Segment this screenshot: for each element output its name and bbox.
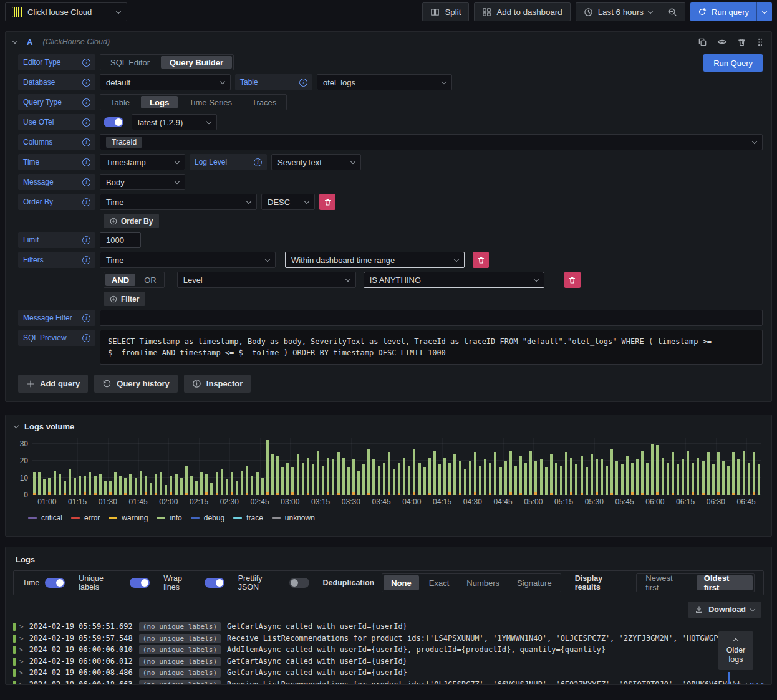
older-logs-button[interactable]: Older logs xyxy=(718,631,753,670)
dedup-signature[interactable]: Signature xyxy=(509,575,559,590)
order-by-direction-select[interactable]: DESC xyxy=(261,194,315,210)
volume-bar[interactable] xyxy=(393,469,395,495)
volume-bar[interactable] xyxy=(64,481,66,495)
database-select[interactable]: default xyxy=(100,74,231,90)
volume-bar[interactable] xyxy=(79,476,81,495)
volume-bar[interactable] xyxy=(403,458,405,496)
volume-bar[interactable] xyxy=(378,466,380,495)
volume-bar[interactable] xyxy=(743,451,745,496)
legend-item-info[interactable]: info xyxy=(157,514,181,522)
expand-log-icon[interactable]: > xyxy=(19,633,24,644)
volume-bar[interactable] xyxy=(408,466,410,495)
add-order-by-button[interactable]: Order By xyxy=(104,214,159,228)
volume-bar[interactable] xyxy=(656,445,659,495)
volume-bar[interactable] xyxy=(727,466,730,495)
volume-bar[interactable] xyxy=(692,463,694,495)
volume-bar[interactable] xyxy=(610,449,613,495)
volume-bar[interactable] xyxy=(337,452,340,495)
volume-bar[interactable] xyxy=(38,472,41,495)
volume-bar[interactable] xyxy=(601,459,603,495)
legend-item-warning[interactable]: warning xyxy=(109,514,148,522)
volume-bar[interactable] xyxy=(221,469,223,495)
add-query-button[interactable]: Add query xyxy=(18,375,88,393)
conjunction-or[interactable]: OR xyxy=(138,274,163,286)
volume-bar[interactable] xyxy=(362,464,365,496)
volume-bar[interactable] xyxy=(433,451,436,496)
query-type-table[interactable]: Table xyxy=(102,96,138,108)
volume-bar[interactable] xyxy=(494,452,496,495)
volume-bar[interactable] xyxy=(74,478,76,496)
volume-bar[interactable] xyxy=(697,458,699,496)
volume-bar[interactable] xyxy=(418,463,421,495)
info-icon[interactable]: i xyxy=(82,256,90,264)
volume-bar[interactable] xyxy=(175,474,178,495)
query-type-logs[interactable]: Logs xyxy=(141,96,178,108)
time-range-button[interactable]: Last 6 hours xyxy=(576,2,660,21)
volume-bar[interactable] xyxy=(484,459,486,495)
volume-bar[interactable] xyxy=(54,471,56,496)
column-tag[interactable]: TraceId xyxy=(106,137,142,148)
query-type-traces[interactable]: Traces xyxy=(243,96,285,108)
volume-bar[interactable] xyxy=(591,454,593,495)
volume-bar[interactable] xyxy=(352,459,355,495)
expand-log-icon[interactable]: > xyxy=(19,679,24,686)
volume-bar[interactable] xyxy=(438,464,441,496)
legend-item-error[interactable]: error xyxy=(71,514,100,522)
time-toggle[interactable] xyxy=(45,578,65,588)
volume-bar[interactable] xyxy=(124,478,127,496)
order-by-field-select[interactable]: Time xyxy=(100,194,257,210)
volume-bar[interactable] xyxy=(180,478,183,496)
volume-bar[interactable] xyxy=(129,474,132,495)
volume-bar[interactable] xyxy=(33,472,36,495)
remove-order-by-button[interactable] xyxy=(319,194,335,210)
volume-bar[interactable] xyxy=(737,459,740,495)
delete-query-icon[interactable] xyxy=(737,37,746,47)
volume-bar[interactable] xyxy=(615,461,618,495)
log-row[interactable]: >2024-02-19 06:00:18.663(no unique label… xyxy=(13,679,771,686)
volume-bar[interactable] xyxy=(479,466,481,495)
collapse-logs-volume-icon[interactable] xyxy=(14,423,19,428)
limit-input[interactable] xyxy=(106,236,135,245)
volume-bar[interactable] xyxy=(540,459,543,495)
volume-bar[interactable] xyxy=(489,463,491,495)
sql-editor-option[interactable]: SQL Editor xyxy=(102,56,158,69)
volume-bar[interactable] xyxy=(357,471,360,496)
legend-item-trace[interactable]: trace xyxy=(233,514,263,522)
info-icon[interactable]: i xyxy=(82,79,90,87)
volume-bar[interactable] xyxy=(104,481,107,495)
volume-bar[interactable] xyxy=(570,458,572,496)
columns-multiselect[interactable]: TraceId xyxy=(100,134,763,150)
volume-bar[interactable] xyxy=(297,454,299,495)
volume-bar[interactable] xyxy=(261,478,264,496)
volume-bar[interactable] xyxy=(150,483,152,495)
volume-bar[interactable] xyxy=(586,467,588,495)
info-icon[interactable]: i xyxy=(82,314,90,322)
volume-bar[interactable] xyxy=(504,461,507,495)
info-icon[interactable]: i xyxy=(299,79,307,87)
expand-log-icon[interactable]: > xyxy=(19,645,24,655)
volume-bar[interactable] xyxy=(84,476,86,495)
run-query-split-button[interactable]: Run query xyxy=(690,2,772,21)
volume-bar[interactable] xyxy=(707,452,710,495)
volume-bar[interactable] xyxy=(312,464,314,496)
filter1-operator-select[interactable]: Within dashboard time range xyxy=(285,252,465,268)
dedup-exact[interactable]: Exact xyxy=(422,575,457,590)
volume-bar[interactable] xyxy=(231,472,233,495)
expand-log-icon[interactable]: > xyxy=(19,668,24,678)
remove-filter2-button[interactable] xyxy=(564,272,581,288)
volume-bar[interactable] xyxy=(717,452,720,495)
newest-first-option[interactable]: Newest first xyxy=(638,575,693,590)
duplicate-query-icon[interactable] xyxy=(698,37,707,47)
volume-bar[interactable] xyxy=(560,466,562,495)
volume-bar[interactable] xyxy=(246,466,248,495)
split-button[interactable]: Split xyxy=(422,2,469,21)
volume-bar[interactable] xyxy=(271,454,274,495)
add-to-dashboard-button[interactable]: Add to dashboard xyxy=(474,2,570,21)
collapse-query-icon[interactable] xyxy=(12,38,17,43)
live-tail-bar[interactable] xyxy=(728,672,730,685)
volume-bar[interactable] xyxy=(667,463,669,495)
table-select[interactable]: otel_logs xyxy=(317,74,452,90)
message-filter-input[interactable] xyxy=(106,314,756,323)
log-level-select[interactable]: SeverityText xyxy=(271,154,361,170)
volume-bar[interactable] xyxy=(89,472,91,495)
